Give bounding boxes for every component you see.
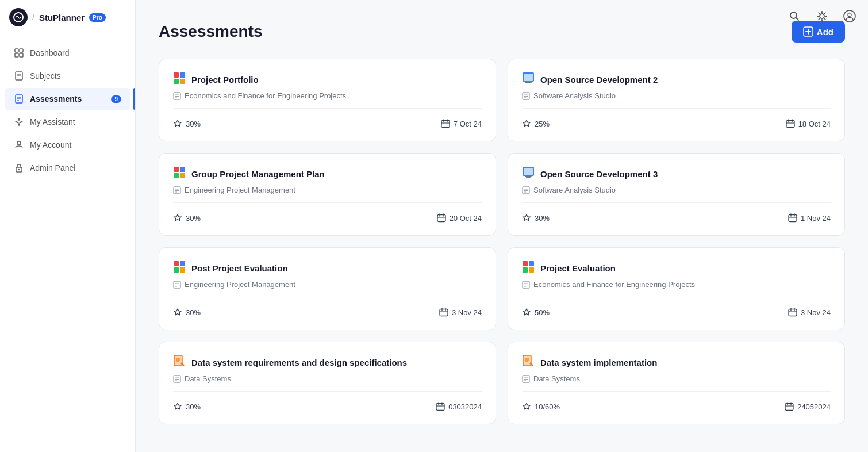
user-icon [14, 140, 24, 150]
assessment-icon [173, 72, 186, 87]
card-date: 20 Oct 24 [437, 213, 482, 223]
subject-name: Software Analysis Studio [533, 186, 616, 194]
assessment-icon [173, 355, 186, 370]
svg-rect-4 [20, 53, 23, 57]
sidebar-item-assistant[interactable]: My Assistant [5, 111, 130, 133]
svg-rect-46 [525, 82, 532, 83]
weight-value: 30% [186, 403, 201, 411]
weight-icon [173, 119, 182, 128]
svg-rect-91 [523, 261, 528, 266]
assessment-icon [173, 261, 186, 275]
card-title: Post Project Evaluation [191, 263, 288, 273]
assessment-card[interactable]: Open Source Development 3 Software Analy… [508, 153, 845, 236]
svg-rect-2 [20, 49, 23, 52]
card-header: Open Source Development 2 [522, 72, 831, 87]
svg-rect-31 [174, 72, 179, 78]
sparkle-icon [14, 117, 24, 127]
calendar-icon [788, 213, 797, 223]
app-name: StuPlanner [39, 13, 85, 22]
card-header: Group Project Management Plan [173, 166, 482, 181]
assessment-card[interactable]: Project Evaluation Economics and Finance… [508, 247, 845, 330]
svg-line-25 [819, 19, 819, 20]
page-header: Assessments Add [159, 21, 845, 43]
subject-name: Data Systems [533, 374, 580, 383]
svg-rect-51 [786, 121, 794, 128]
card-header: Data system implementation [522, 355, 831, 370]
svg-rect-32 [180, 72, 185, 78]
subject-icon [522, 92, 530, 100]
main-content: Assessments Add Project Portfolio Econom… [136, 0, 868, 452]
sidebar-item-subjects[interactable]: Subjects [5, 65, 130, 87]
date-value: 1 Nov 24 [801, 214, 831, 223]
svg-rect-56 [180, 167, 185, 172]
card-weight: 10/60% [522, 402, 560, 411]
assessment-card[interactable]: Project Portfolio Economics and Finance … [159, 59, 496, 141]
weight-value: 30% [186, 120, 201, 128]
weight-value: 10/60% [535, 403, 560, 411]
card-footer: 30% 20 Oct 24 [173, 213, 482, 223]
assessment-card[interactable]: Open Source Development 2 Software Analy… [508, 59, 845, 141]
card-title: Project Portfolio [191, 75, 259, 85]
card-footer: 30% 3 Nov 24 [173, 308, 482, 317]
grid-icon [14, 48, 24, 58]
card-header: Open Source Development 3 [522, 166, 831, 181]
weight-icon [522, 213, 531, 223]
date-value: 03032024 [448, 403, 482, 411]
card-header: Project Portfolio [173, 72, 482, 87]
sidebar-item-admin[interactable]: Admin Panel [5, 157, 130, 179]
card-weight: 30% [173, 402, 201, 411]
date-value: 7 Oct 24 [454, 120, 482, 128]
card-footer: 30% 1 Nov 24 [522, 213, 831, 223]
theme-toggle-btn[interactable] [813, 7, 831, 25]
weight-value: 30% [186, 308, 201, 317]
topbar-icons [785, 7, 859, 25]
card-title: Open Source Development 2 [540, 75, 658, 85]
subject-icon [173, 92, 181, 100]
svg-point-12 [17, 141, 21, 145]
svg-rect-93 [523, 267, 528, 273]
calendar-icon [785, 402, 794, 411]
search-icon-btn[interactable] [785, 7, 804, 25]
card-title: Project Evaluation [540, 263, 616, 273]
subject-name: Economics and Finance for Engineering Pr… [185, 91, 346, 100]
sidebar-header: / StuPlanner Pro [0, 0, 135, 35]
card-weight: 30% [522, 213, 550, 223]
assessment-card[interactable]: Post Project Evaluation Engineering Proj… [159, 247, 496, 330]
sidebar-item-dashboard[interactable]: Dashboard [5, 42, 130, 64]
assessments-grid: Project Portfolio Economics and Finance … [159, 59, 845, 424]
weight-icon [173, 308, 182, 317]
weight-icon [173, 402, 182, 411]
card-date: 1 Nov 24 [788, 213, 831, 223]
assessment-icon [173, 166, 186, 181]
svg-point-15 [790, 12, 797, 18]
date-value: 18 Oct 24 [798, 120, 831, 128]
svg-line-22 [819, 13, 819, 13]
card-subject: Engineering Project Management [173, 186, 482, 203]
card-title: Data system implementation [540, 358, 657, 367]
svg-rect-112 [436, 404, 444, 411]
logo-slash: / [32, 13, 34, 22]
svg-rect-94 [529, 267, 534, 273]
svg-rect-3 [15, 53, 18, 57]
svg-rect-44 [524, 74, 533, 81]
assessment-card[interactable]: Group Project Management Plan Engineerin… [159, 153, 496, 236]
assessment-card[interactable]: Data system requirements and design spec… [159, 342, 496, 424]
weight-icon [173, 213, 182, 223]
svg-rect-68 [524, 168, 533, 175]
svg-rect-57 [174, 173, 179, 178]
sidebar-item-myaccount[interactable]: My Account [5, 134, 130, 156]
subject-icon [522, 281, 530, 289]
svg-point-14 [18, 169, 20, 170]
user-profile-btn[interactable] [840, 7, 859, 25]
sidebar-item-assessments[interactable]: Assessments 9 [5, 88, 130, 110]
card-date: 3 Nov 24 [439, 308, 482, 317]
file-icon [14, 94, 24, 104]
assessment-card[interactable]: Data system implementation Data Systems … [508, 342, 845, 424]
card-footer: 30% 03032024 [173, 402, 482, 411]
myaccount-label: My Account [30, 140, 71, 150]
calendar-icon [441, 119, 450, 128]
card-weight: 30% [173, 308, 201, 317]
subject-name: Engineering Project Management [185, 280, 295, 289]
card-title: Open Source Development 3 [540, 169, 658, 179]
svg-point-27 [848, 13, 851, 17]
